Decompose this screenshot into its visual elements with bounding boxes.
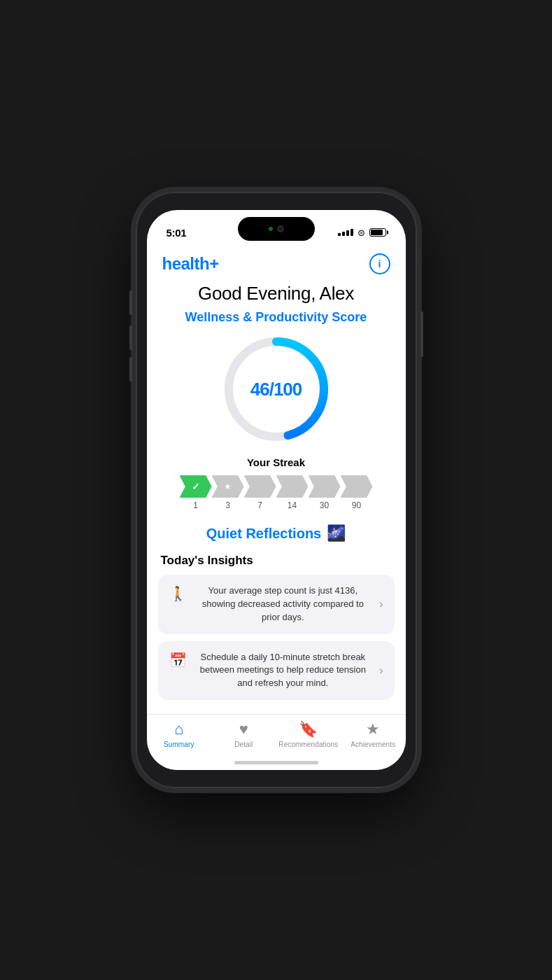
tab-achievements-icon: ★ (366, 720, 380, 738)
phone-screen: 5:01 ⊜ (147, 210, 406, 770)
phone-frame: 5:01 ⊜ (136, 192, 416, 788)
insight-card-2[interactable]: 📅 Schedule a daily 10-minute stretch bre… (158, 641, 395, 701)
streak-arrows: ✓ 1 ★ 3 7 (162, 475, 390, 510)
streak-milestone-3: ★ 3 (212, 475, 244, 510)
score-ring-container: 46/100 (147, 333, 406, 454)
streak-milestone-90: 90 (341, 475, 373, 510)
streak-arrow-inactive-5 (341, 475, 373, 498)
status-icons: ⊜ (338, 227, 386, 238)
greeting-text: Good Evening, Alex (147, 280, 406, 310)
streak-title: Your Streak (162, 456, 390, 468)
app-content: health+ i Good Evening, Alex Wellness & … (147, 245, 406, 714)
tab-recommendations-label: Recommendations (278, 741, 338, 748)
streak-arrow-inactive-2 (244, 475, 276, 498)
insight-chevron-2: › (379, 664, 383, 677)
tab-detail-icon: ♥ (239, 720, 248, 738)
tab-achievements[interactable]: ★ Achievements (341, 720, 406, 748)
streak-section: Your Streak ✓ 1 ★ 3 (147, 454, 406, 522)
status-time: 5:01 (167, 227, 187, 239)
insight-chevron-1: › (379, 598, 383, 610)
score-section-title: Wellness & Productivity Score (147, 310, 406, 333)
dynamic-island (238, 217, 315, 241)
streak-milestone-7: 7 (244, 475, 276, 510)
island-dot (269, 227, 273, 231)
insight-text-2: Schedule a daily 10-minute stretch break… (192, 651, 374, 691)
tab-summary-label: Summary (164, 741, 194, 748)
score-ring: 46/100 (220, 333, 332, 445)
theme-emoji: 🌌 (327, 524, 346, 542)
tab-detail[interactable]: ♥ Detail (211, 720, 276, 748)
info-button[interactable]: i (369, 253, 390, 274)
signal-icon (338, 229, 353, 236)
tab-achievements-label: Achievements (351, 741, 395, 748)
battery-icon (369, 228, 386, 237)
insight-content-1: 🚶 Your average step count is just 4136, … (169, 584, 374, 624)
app-header: health+ i (147, 245, 406, 280)
theme-title: Quiet Reflections 🌌 (206, 524, 346, 542)
tab-summary-icon: ⌂ (174, 720, 183, 738)
island-camera (277, 225, 284, 232)
streak-milestone-1: ✓ 1 (180, 475, 212, 510)
status-bar: 5:01 ⊜ (147, 210, 406, 245)
streak-milestone-14: 14 (276, 475, 309, 510)
tab-recommendations[interactable]: 🔖 Recommendations (276, 720, 341, 748)
home-indicator (234, 761, 318, 764)
streak-arrow-active: ✓ (180, 475, 212, 498)
tab-detail-label: Detail (234, 741, 253, 748)
insight-emoji-2: 📅 (169, 652, 187, 668)
streak-arrow-inactive: ★ (212, 475, 244, 498)
theme-section: Quiet Reflections 🌌 (147, 522, 406, 551)
tab-recommendations-icon: 🔖 (299, 720, 318, 738)
insight-text-1: Your average step count is just 4136, sh… (192, 584, 374, 624)
insights-title: Today's Insights (158, 554, 395, 568)
insights-section: Today's Insights 🚶 Your average step cou… (147, 551, 406, 713)
wifi-icon: ⊜ (358, 227, 365, 238)
tab-summary[interactable]: ⌂ Summary (147, 720, 212, 748)
insight-content-2: 📅 Schedule a daily 10-minute stretch bre… (169, 651, 374, 691)
score-display: 46/100 (250, 379, 302, 400)
streak-arrow-inactive-3 (276, 475, 309, 498)
streak-arrow-inactive-4 (309, 475, 341, 498)
insight-card-1[interactable]: 🚶 Your average step count is just 4136, … (158, 575, 395, 634)
battery-fill (371, 230, 383, 235)
streak-milestone-30: 30 (309, 475, 341, 510)
app-logo: health+ (162, 254, 219, 274)
insight-emoji-1: 🚶 (169, 585, 187, 602)
